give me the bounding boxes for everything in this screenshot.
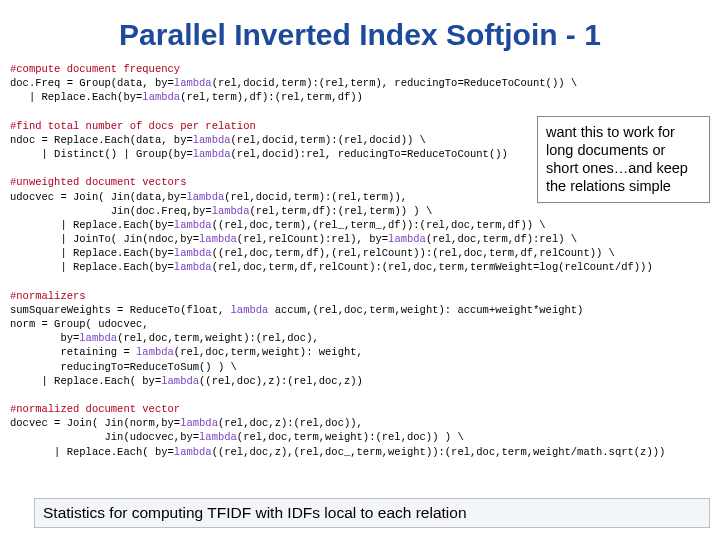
code-line: (rel,doc,z):(rel,doc)), bbox=[218, 417, 363, 429]
code-line: | Replace.Each(by= bbox=[10, 219, 174, 231]
comment-line: #unweighted document vectors bbox=[10, 176, 186, 188]
lambda-kw: lambda bbox=[142, 91, 180, 103]
comment-line: #normalized document vector bbox=[10, 403, 180, 415]
code-line: (rel,doc,term,weight):(rel,doc), bbox=[117, 332, 319, 344]
code-line: ((rel,doc,term,df),(rel,relCount)):(rel,… bbox=[212, 247, 615, 259]
lambda-kw: lambda bbox=[161, 375, 199, 387]
callout-box: want this to work for long documents or … bbox=[537, 116, 710, 203]
lambda-kw: lambda bbox=[212, 205, 250, 217]
code-line: Jin(doc.Freq,by= bbox=[10, 205, 212, 217]
code-line: | Distinct() | Group(by= bbox=[10, 148, 193, 160]
code-line: sumSquareWeights = ReduceTo(float, bbox=[10, 304, 231, 316]
code-line: (rel,docid,term):(rel,docid)) \ bbox=[231, 134, 426, 146]
code-line: | Replace.Each(by= bbox=[10, 247, 174, 259]
code-line: ndoc = Replace.Each(data, by= bbox=[10, 134, 193, 146]
lambda-kw: lambda bbox=[174, 446, 212, 458]
lambda-kw: lambda bbox=[180, 417, 218, 429]
lambda-kw: lambda bbox=[193, 148, 231, 160]
code-line: (rel,term),df):(rel,term,df)) bbox=[180, 91, 363, 103]
lambda-kw: lambda bbox=[174, 261, 212, 273]
comment-line: #compute document frequency bbox=[10, 63, 180, 75]
lambda-kw: lambda bbox=[136, 346, 174, 358]
lambda-kw: lambda bbox=[174, 247, 212, 259]
code-line: (rel,doc,term,df):rel) \ bbox=[426, 233, 577, 245]
code-line: ((rel,doc),z):(rel,doc,z)) bbox=[199, 375, 363, 387]
comment-line: #find total number of docs per relation bbox=[10, 120, 256, 132]
code-line: reducingTo=ReduceToSum() ) \ bbox=[10, 361, 237, 373]
code-line: (rel,doc,term,df,relCount):(rel,doc,term… bbox=[212, 261, 653, 273]
code-line: norm = Group( udocvec, bbox=[10, 318, 149, 330]
code-line: (rel,term,df):(rel,term)) ) \ bbox=[249, 205, 432, 217]
code-line: docvec = Join( Jin(norm,by= bbox=[10, 417, 180, 429]
comment-line: #normalizers bbox=[10, 290, 86, 302]
lambda-kw: lambda bbox=[388, 233, 426, 245]
lambda-kw: lambda bbox=[186, 191, 224, 203]
code-line: | JoinTo( Jin(ndoc,by= bbox=[10, 233, 199, 245]
code-line: accum,(rel,doc,term,weight): accum+weigh… bbox=[268, 304, 583, 316]
code-line: (rel,doc,term,weight):(rel,doc)) ) \ bbox=[237, 431, 464, 443]
code-line: (rel,relCount):rel), by= bbox=[237, 233, 388, 245]
code-line: (rel,docid,term):(rel,term)), bbox=[224, 191, 407, 203]
lambda-kw: lambda bbox=[174, 77, 212, 89]
code-line: ((rel,doc,z),(rel,doc_,term,weight)):(re… bbox=[212, 446, 666, 458]
lambda-kw: lambda bbox=[199, 233, 237, 245]
code-line: | Replace.Each( by= bbox=[10, 446, 174, 458]
code-line: Jin(udocvec,by= bbox=[10, 431, 199, 443]
code-line: ((rel,doc,term),(rel_,term_,df)):(rel,do… bbox=[212, 219, 546, 231]
code-line: | Replace.Each(by= bbox=[10, 91, 142, 103]
footer-caption: Statistics for computing TFIDF with IDFs… bbox=[34, 498, 710, 528]
lambda-kw: lambda bbox=[199, 431, 237, 443]
lambda-kw: lambda bbox=[174, 219, 212, 231]
slide-title: Parallel Inverted Index Softjoin - 1 bbox=[0, 0, 720, 62]
code-line: retaining = bbox=[10, 346, 136, 358]
code-line: | Replace.Each(by= bbox=[10, 261, 174, 273]
code-line: (rel,docid,term):(rel,term), reducingTo=… bbox=[212, 77, 577, 89]
lambda-kw: lambda bbox=[231, 304, 269, 316]
code-line: doc.Freq = Group(data, by= bbox=[10, 77, 174, 89]
lambda-kw: lambda bbox=[79, 332, 117, 344]
code-line: by= bbox=[10, 332, 79, 344]
code-line: udocvec = Join( Jin(data,by= bbox=[10, 191, 186, 203]
lambda-kw: lambda bbox=[193, 134, 231, 146]
code-line: | Replace.Each( by= bbox=[10, 375, 161, 387]
code-line: (rel,docid):rel, reducingTo=ReduceToCoun… bbox=[231, 148, 508, 160]
code-line: (rel,doc,term,weight): weight, bbox=[174, 346, 363, 358]
